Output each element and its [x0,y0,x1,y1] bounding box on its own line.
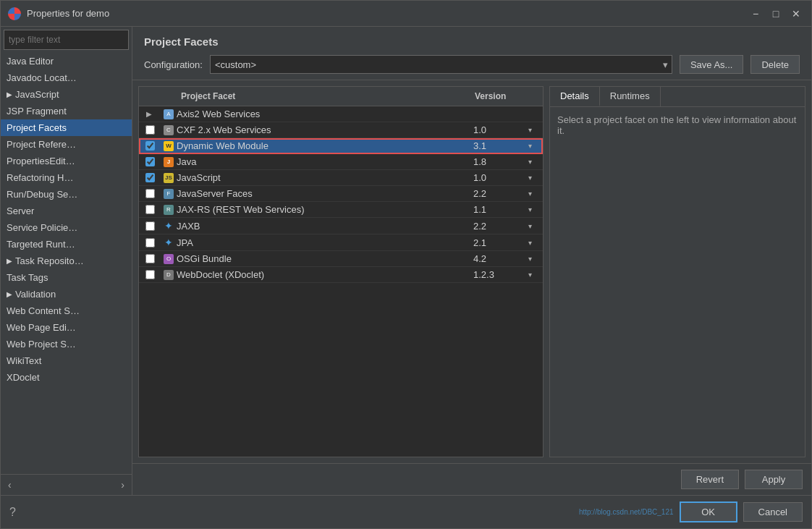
tab-runtimes[interactable]: Runtimes [600,87,661,106]
sidebar-item-run-debug[interactable]: Run/Debug Se… [1,186,132,203]
sidebar-item-web-project[interactable]: Web Project S… [1,336,132,352]
jaxb-checkbox[interactable] [145,221,155,231]
js-checkbox-col[interactable] [139,173,161,182]
webdoclet-checkbox[interactable] [145,270,155,279]
facets-area: Project Facet Version ▶ A [132,80,811,463]
js-checkbox[interactable] [145,173,155,182]
minimize-button[interactable]: − [748,6,764,22]
app-icon [8,7,21,20]
jpa-icon-col: ✦ [161,237,177,248]
jsf-checkbox[interactable] [145,189,155,198]
facet-row-axis2[interactable]: ▶ A Axis2 Web Services [139,106,543,122]
sidebar-item-javadoc[interactable]: Javadoc Locat… [1,69,132,86]
restore-button[interactable]: □ [768,6,784,22]
java-name: Java [177,156,470,167]
cxf-icon: C [164,125,174,135]
final-bar-right: http://blog.csdn.net/DBC_121 OK Cancel [579,502,803,522]
jpa-version: 2.1 [470,237,528,248]
sidebar-item-properties-editor[interactable]: PropertiesEdit… [1,153,132,169]
facet-row-dynamic-web[interactable]: W Dynamic Web Module 3.1 ▾ [139,138,543,154]
sidebar-back-button[interactable]: ‹ [4,478,16,492]
sidebar-item-java-editor[interactable]: Java Editor [1,53,132,69]
java-checkbox-col[interactable] [139,157,161,166]
facet-row-jaxrs[interactable]: R JAX-RS (REST Web Services) 1.1 ▾ [139,202,543,218]
sidebar-item-service-policies[interactable]: Service Policie… [1,219,132,236]
details-panel: Details Runtimes Select a project facet … [549,86,805,457]
close-button[interactable]: ✕ [788,6,804,22]
jaxb-checkbox-col[interactable] [139,221,161,231]
col-header-icon [161,90,177,103]
help-icon[interactable]: ? [9,506,16,519]
tab-details[interactable]: Details [550,87,600,106]
sidebar-bottom-nav: ‹ › [1,474,132,495]
jaxrs-checkbox-col[interactable] [139,205,161,214]
sidebar-item-targeted-runtime[interactable]: Targeted Runt… [1,236,132,253]
config-label: Configuration: [144,59,203,70]
jaxb-icon-col: ✦ [161,220,177,232]
sidebar-scroll-area: Java Editor Javadoc Locat… ▶JavaScript J… [1,53,132,474]
config-select[interactable]: <custom> [210,55,672,74]
webdoclet-checkbox-col[interactable] [139,270,161,279]
apply-button[interactable]: Apply [745,470,803,489]
webdoclet-icon: D [164,270,174,280]
facet-row-java[interactable]: J Java 1.8 ▾ [139,154,543,170]
sidebar-item-project-ref[interactable]: Project Refere… [1,136,132,153]
filter-input[interactable] [4,30,129,50]
facet-row-cxf[interactable]: C CXF 2.x Web Services 1.0 ▾ [139,122,543,138]
jpa-action: ▾ [528,239,543,247]
webdoclet-icon-col: D [161,270,177,280]
axis2-expand-arrow[interactable]: ▶ [146,110,152,118]
dynamic-web-checkbox[interactable] [145,141,155,151]
sidebar-item-validation[interactable]: ▶Validation [1,286,132,302]
sidebar-item-refactoring[interactable]: Refactoring H… [1,169,132,186]
facet-row-javascript[interactable]: JS JavaScript 1.0 ▾ [139,170,543,186]
jpa-checkbox[interactable] [145,238,155,247]
jsf-checkbox-col[interactable] [139,189,161,198]
osgi-action: ▾ [528,255,543,263]
jpa-checkbox-col[interactable] [139,238,161,247]
facet-row-osgi[interactable]: O OSGi Bundle 4.2 ▾ [139,251,543,267]
java-checkbox[interactable] [145,157,155,166]
cxf-version: 1.0 [470,124,528,135]
cancel-button[interactable]: Cancel [743,502,803,522]
jsf-icon: F [164,189,174,199]
details-content: Select a project facet on the left to vi… [550,107,805,457]
sidebar-item-jsp[interactable]: JSP Fragment [1,103,132,119]
sidebar-item-task-tags[interactable]: Task Tags [1,269,132,286]
sidebar-forward-button[interactable]: › [117,478,129,492]
js-icon: JS [164,173,174,183]
sidebar-item-xdoclet[interactable]: XDoclet [1,369,132,386]
facet-row-jpa[interactable]: ✦ JPA 2.1 ▾ [139,234,543,251]
sidebar-item-project-facets[interactable]: Project Facets [1,119,132,136]
panel-title: Project Facets [144,35,800,48]
delete-button[interactable]: Delete [750,55,800,74]
cxf-name: CXF 2.x Web Services [177,124,470,135]
watermark-text: http://blog.csdn.net/DBC_121 [579,508,674,516]
config-row: Configuration: <custom> Save As... Delet… [144,55,800,74]
sidebar-item-server[interactable]: Server [1,203,132,219]
facet-row-jsf[interactable]: F JavaServer Faces 2.2 ▾ [139,186,543,202]
osgi-checkbox[interactable] [145,254,155,263]
sidebar-item-task-repository[interactable]: ▶Task Reposito… [1,253,132,269]
sidebar-item-javascript[interactable]: ▶JavaScript [1,86,132,103]
jaxrs-checkbox[interactable] [145,205,155,214]
cxf-checkbox[interactable] [145,125,155,135]
sidebar-item-web-content[interactable]: Web Content S… [1,302,132,319]
dynamic-checkbox-col[interactable] [139,141,161,151]
webdoclet-action: ▾ [528,271,543,279]
sidebar-item-wikitext[interactable]: WikiText [1,352,132,369]
js-name: JavaScript [177,172,470,183]
webdoclet-version: 1.2.3 [470,269,528,280]
osgi-checkbox-col[interactable] [139,254,161,263]
facet-row-jaxb[interactable]: ✦ JAXB 2.2 ▾ [139,218,543,234]
axis2-name: Axis2 Web Services [177,109,470,119]
revert-button[interactable]: Revert [681,470,739,489]
ok-button[interactable]: OK [680,502,737,522]
col-header-version: Version [470,90,528,103]
sidebar-item-web-page-editor[interactable]: Web Page Edi… [1,319,132,336]
save-as-button[interactable]: Save As... [680,55,744,74]
jsf-name: JavaServer Faces [177,188,470,199]
facet-row-webdoclet[interactable]: D WebDoclet (XDoclet) 1.2.3 ▾ [139,267,543,283]
axis2-checkbox-col: ▶ [139,110,161,118]
cxf-checkbox-col[interactable] [139,125,161,135]
